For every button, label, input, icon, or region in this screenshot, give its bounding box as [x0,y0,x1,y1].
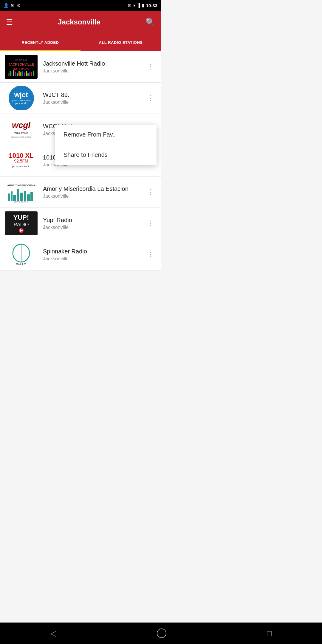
svg-text:YUP!: YUP! [13,214,29,221]
station-city: Jacksonville [43,68,145,74]
app-bar: ☰ Jacksonville 🔍 [0,11,161,33]
context-menu: Remove From Fav.. Share to Friends [55,125,157,165]
svg-rect-16 [29,72,30,76]
svg-text:JACKSONVILLE: JACKSONVILLE [9,63,34,66]
logo-image: AMOR Y MISERICORDIA WRPE 98.5 FM [5,180,38,204]
svg-text:92.5FM: 92.5FM [14,159,28,163]
status-icons-right: ⊡ ▾ ▐ ▮ 10:33 [128,3,157,8]
more-options-icon[interactable]: ⋮ [145,248,156,261]
clock: 10:33 [146,3,157,8]
svg-rect-11 [20,72,21,76]
more-options-icon[interactable]: ⋮ [145,217,156,230]
logo-image: YUP! RADIO [5,211,38,235]
more-options-icon[interactable]: ⋮ [145,92,156,104]
battery-icon: ▮ [142,3,144,8]
svg-text:ON AIR 24/7: ON AIR 24/7 [15,59,27,61]
logo-image: 1010 XL 92.5FM jax sports radio [5,149,38,173]
svg-rect-10 [18,71,20,76]
station-name: Yup! Radio [43,217,145,224]
svg-rect-33 [24,191,26,201]
svg-text:radio smoke: radio smoke [14,131,28,134]
station-logo: 95.5 FM [5,243,38,267]
svg-text:RADIO: RADIO [14,222,29,227]
svg-rect-9 [17,73,18,76]
menu-button[interactable]: ☰ [6,18,13,27]
user-icon: 👤 [4,3,9,8]
svg-text:wcgl: wcgl [12,120,31,130]
station-logo: wcgl radio smoke where christ is lord [5,117,38,141]
station-city: Jacksonville [43,225,145,230]
svg-rect-12 [22,71,23,76]
svg-rect-6 [11,72,13,76]
svg-rect-13 [24,72,25,76]
app-title: Jacksonville [58,18,100,26]
logo-image: ON AIR 24/7 JACKSONVILLE HOTT RADIO [5,55,38,79]
station-name: Spinnaker Radio [43,248,145,255]
station-info: Yup! Radio Jacksonville [43,217,145,230]
station-info: Jacksonville Hott Radio Jacksonville [43,60,145,74]
svg-rect-5 [10,71,11,76]
station-logo: 1010 XL 92.5FM jax sports radio [5,149,38,173]
list-item[interactable]: YUP! RADIO Yup! Radio Jacksonville ⋮ [0,208,161,239]
cast-icon: ⊡ [128,3,131,8]
svg-text:1010 XL: 1010 XL [9,152,33,159]
svg-text:HOTT RADIO: HOTT RADIO [13,67,29,70]
station-info: Amor y Misericordia La Estacion Jacksonv… [43,185,145,199]
list-item[interactable]: wjct your community your world WJCT 89. … [0,83,161,114]
wifi-icon: ▾ [133,3,135,8]
svg-rect-32 [20,193,23,201]
svg-rect-29 [11,191,13,201]
svg-rect-18 [33,71,34,76]
logo-image: wjct your community your world [9,86,34,110]
svg-rect-14 [26,71,27,76]
svg-rect-31 [17,189,19,201]
station-name: Amor y Misericordia La Estacion [43,185,145,192]
svg-rect-7 [13,70,14,76]
context-menu-remove-fav[interactable]: Remove From Fav.. [55,125,157,145]
svg-rect-15 [27,73,29,76]
svg-text:where christ is lord: where christ is lord [11,136,31,138]
camera-icon: ⊙ [17,3,21,8]
search-button[interactable]: 🔍 [145,18,155,27]
station-info: WJCT 89. Jacksonville [43,92,145,105]
station-city: Jacksonville [43,193,145,199]
svg-rect-17 [31,72,32,76]
station-logo: wjct your community your world [5,86,38,110]
station-city: Jacksonville [43,100,145,105]
status-bar: 👤 ✉ ⊙ ⊡ ▾ ▐ ▮ 10:33 [0,0,161,11]
station-name: Jacksonville Hott Radio [43,60,145,67]
svg-rect-30 [13,195,16,201]
email-icon: ✉ [11,3,15,8]
tab-all-radio-stations-label: ALL RADIO STATIONS [99,40,143,45]
station-name: WJCT 89. [43,92,145,98]
list-item[interactable]: 95.5 FM Spinnaker Radio Jacksonville ⋮ [0,239,161,270]
svg-text:95.5 FM: 95.5 FM [16,262,26,265]
svg-text:AMOR Y MISERICORDIA: AMOR Y MISERICORDIA [7,184,35,187]
station-info: Spinnaker Radio Jacksonville [43,248,145,261]
svg-rect-4 [8,73,9,76]
signal-icon: ▐ [137,3,140,8]
main-content: ON AIR 24/7 JACKSONVILLE HOTT RADIO [0,51,161,270]
station-logo: YUP! RADIO [5,211,38,235]
svg-rect-34 [27,194,30,201]
station-logo: AMOR Y MISERICORDIA WRPE 98.5 FM [5,180,38,204]
list-item[interactable]: ON AIR 24/7 JACKSONVILLE HOTT RADIO [0,51,161,83]
more-options-icon[interactable]: ⋮ [145,61,156,73]
tab-recently-added-label: RECENTLY ADDED [22,40,59,45]
svg-rect-28 [8,193,10,201]
tabs-bar: RECENTLY ADDED ALL RADIO STATIONS [0,33,161,51]
svg-rect-35 [30,192,33,201]
station-city: Jacksonville [43,256,145,261]
svg-rect-8 [15,72,16,76]
logo-image: wcgl radio smoke where christ is lord [5,117,38,141]
station-logo: ON AIR 24/7 JACKSONVILLE HOTT RADIO [5,55,38,79]
logo-image: 95.5 FM [5,243,38,267]
tab-all-radio-stations[interactable]: ALL RADIO STATIONS [80,33,161,51]
context-menu-share-friends[interactable]: Share to Friends [55,145,157,165]
list-item[interactable]: AMOR Y MISERICORDIA WRPE 98.5 FM Amor y … [0,177,161,208]
svg-text:jax sports radio: jax sports radio [12,165,30,168]
tab-recently-added[interactable]: RECENTLY ADDED [0,33,80,51]
more-options-icon[interactable]: ⋮ [145,186,156,198]
svg-text:WRPE 98.5 FM: WRPE 98.5 FM [14,201,29,203]
status-icons-left: 👤 ✉ ⊙ [4,3,21,8]
